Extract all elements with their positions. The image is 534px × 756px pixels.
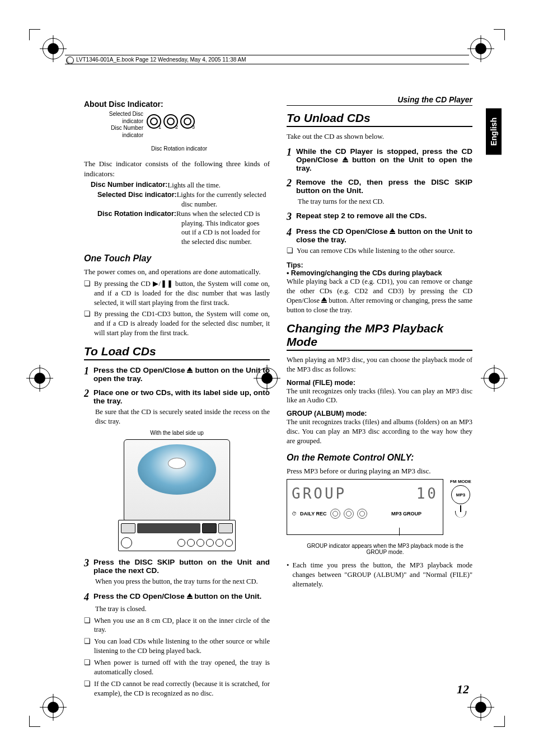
registration-mark (43, 697, 64, 718)
bullet-icon: ❏ (84, 309, 91, 338)
crop-mark (494, 29, 505, 40)
fm-mode-label: FM MODE (449, 479, 472, 484)
step-number: 2 (84, 388, 89, 405)
def-value: Runs when the selected CD is playing. Th… (176, 210, 260, 246)
step-text: Press the DISC SKIP button on the Unit a… (93, 558, 270, 575)
to-load-cds-title: To Load CDs (84, 345, 270, 360)
bullet-icon: ❏ (84, 279, 91, 308)
note-text: When power is turned off with the tray o… (94, 658, 270, 677)
def-value: Lights all the time. (168, 181, 221, 190)
about-disc-indicator-title: About Disc Indicator: (84, 100, 270, 109)
bullet-icon: • (287, 561, 289, 589)
disc-icon: 2 (163, 114, 178, 129)
registration-mark (43, 38, 64, 59)
lcd-caption: GROUP indicator appears when the MP3 pla… (298, 543, 472, 555)
step-number: 1 (287, 147, 292, 172)
mp3-button-cap: MP3 (451, 485, 470, 504)
registration-mark (470, 38, 491, 59)
normal-mode-label: Normal (FILE) mode: (287, 379, 472, 387)
changing-mp3-mode-title: Changing the MP3 Playback Mode (287, 322, 472, 351)
eject-icon (187, 367, 193, 373)
step-text: Press the CD Open/Close button on the Un… (93, 366, 270, 383)
indicator-intro: The Disc indicator consists of the follo… (84, 159, 270, 179)
disc-rotation-indicator-label: Disc Rotation indicator (151, 145, 207, 152)
step-sub: Be sure that the CD is securely seated i… (95, 407, 270, 426)
eject-icon (343, 157, 348, 162)
bullet-icon: ❏ (287, 246, 293, 256)
def-term: Selected Disc indicator: (97, 191, 177, 199)
crop-mark (29, 29, 40, 40)
lcd-text-track: 10 (416, 484, 438, 504)
tips-subheading: • Removing/changing the CDs during playb… (287, 269, 472, 277)
right-column: Using the CD Player To Unload CDs Take o… (287, 95, 472, 689)
left-column: About Disc Indicator: Selected Disc indi… (84, 95, 270, 689)
step-sub: The tray turns for the next CD. (298, 197, 472, 206)
mp3-button-illustration: FM MODE MP3 (449, 479, 472, 518)
disc-icon (330, 509, 340, 519)
bullet-text: By pressing the CD1-CD3 button, the Syst… (94, 309, 270, 338)
normal-mode-body: The unit recognizes only tracks (files).… (287, 387, 472, 406)
step-sub: When you press the button, the tray turn… (95, 577, 270, 586)
group-mode-body: The unit recognizes tracks (files) and a… (287, 417, 472, 446)
def-term: Disc Rotation indicator: (97, 210, 176, 218)
step-sub: The tray is closed. (95, 604, 270, 614)
step-text: Press the CD Open/Close button on the Un… (93, 592, 270, 602)
step-number: 3 (84, 558, 89, 575)
bullet-icon: ❏ (84, 679, 91, 698)
step-number: 2 (287, 178, 292, 195)
note-text: You can load CDs while listening to the … (94, 637, 270, 656)
print-header: LVT1346-001A_E.book Page 12 Wednesday, M… (65, 55, 469, 64)
disc-icon (344, 509, 354, 519)
bullet-icon: ❏ (84, 637, 91, 656)
step-text: Place one or two CDs, with its label sid… (93, 388, 270, 405)
to-unload-cds-title: To Unload CDs (287, 111, 472, 127)
illustration-caption: With the label side up (84, 430, 270, 436)
registration-mark (470, 697, 491, 718)
disc-icon (357, 509, 367, 519)
mp3-group-indicator: MP3 GROUP (391, 511, 421, 516)
daily-rec-label: DAILY REC (300, 511, 327, 516)
tips-heading: Tips: (287, 261, 472, 269)
disc-number-indicator-label: Disc Number indicator (93, 125, 143, 139)
step-text: Remove the CD, then press the DISC SKIP … (296, 178, 472, 195)
bullet-text: By pressing the CD ▶/❚❚ button, the Syst… (94, 279, 270, 308)
running-head: Using the CD Player (287, 95, 472, 106)
def-value: Lights for the currently selected disc n… (177, 191, 266, 208)
bullet-icon: ❏ (84, 658, 91, 677)
registration-mark (484, 368, 505, 389)
eject-icon (390, 228, 395, 234)
note-text: You can remove CDs while listening to th… (297, 246, 455, 256)
selected-disc-indicator-label: Selected Disc indicator (93, 111, 143, 125)
unload-intro: Take out the CD as shown below. (287, 132, 472, 142)
step-number: 3 (287, 212, 292, 222)
note-text: If the CD cannot be read correctly (beca… (94, 679, 270, 698)
bullet-icon: ❏ (84, 616, 91, 635)
note-text: When you use an 8 cm CD, place it on the… (94, 616, 270, 635)
step-text: While the CD Player is stopped, press th… (296, 147, 472, 172)
clock-icon: ⏱ (292, 511, 297, 516)
group-mode-label: GROUP (ALBUM) mode: (287, 410, 472, 417)
one-touch-play-title: One Touch Play (84, 253, 270, 264)
disc-icon: 1 (147, 114, 161, 129)
disc-indicator-diagram: Selected Disc indicator Disc Number indi… (84, 111, 270, 156)
language-tab: English (486, 109, 502, 155)
page-number: 12 (457, 682, 469, 697)
step-number: 4 (287, 227, 292, 244)
eject-icon (187, 593, 193, 599)
lcd-text-group: GROUP (292, 484, 346, 504)
step-number: 4 (84, 592, 89, 602)
def-term: Disc Number indicator: (91, 181, 168, 190)
one-touch-intro: The power comes on, and operations are d… (84, 267, 270, 277)
remote-intro: Press MP3 before or during playing an MP… (287, 466, 472, 476)
remote-control-title: On the Remote Control ONLY: (287, 453, 472, 463)
cd-tray-illustration (118, 439, 236, 551)
step-text: Repeat step 2 to remove all the CDs. (296, 212, 472, 222)
tips-body: While playing back a CD (e.g. CD1), you … (287, 277, 472, 315)
eject-icon (321, 297, 327, 303)
crop-mark (494, 716, 505, 727)
lcd-display-illustration: GROUP 10 ⏱ DAILY REC MP3 GROUP (287, 479, 443, 535)
registration-mark (29, 368, 50, 389)
disc-icon: 3 (180, 114, 195, 129)
crop-mark (29, 716, 40, 727)
footnote-text: Each time you press the button, the MP3 … (292, 561, 472, 589)
